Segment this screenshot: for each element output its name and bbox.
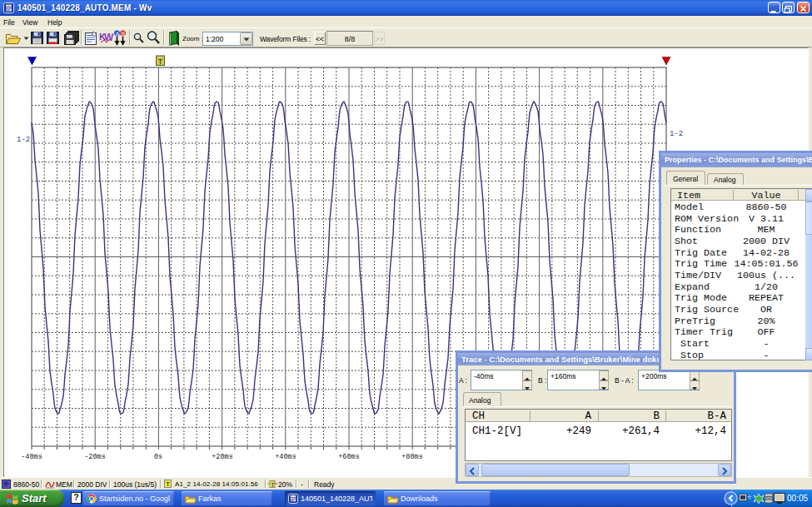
svg-text:T: T: [271, 481, 275, 489]
svg-text:T: T: [158, 58, 163, 67]
